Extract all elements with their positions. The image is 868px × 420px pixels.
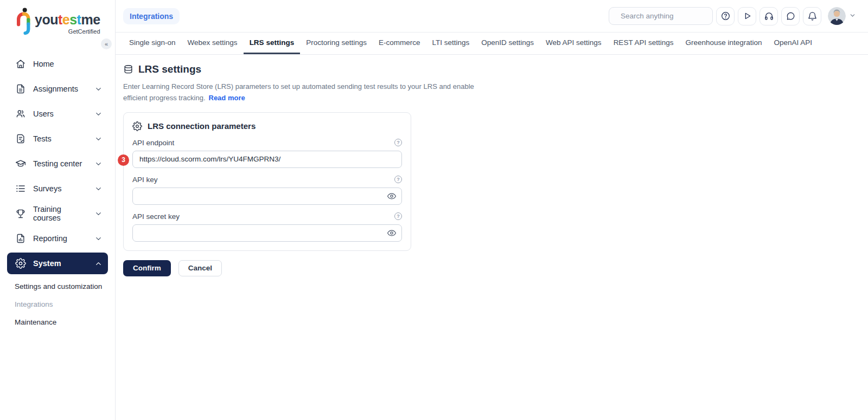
chevron-down-icon [94, 85, 103, 93]
tab-single-sign-on[interactable]: Single sign-on [123, 33, 182, 54]
chevron-down-icon [94, 135, 103, 143]
sidebar-item-label: Home [33, 60, 103, 68]
sidebar-item-label: Tests [33, 134, 87, 143]
api-secret-key-label: API secret key [132, 212, 180, 221]
info-icon[interactable]: ? [394, 139, 402, 146]
training-courses-icon [15, 208, 26, 219]
assignments-icon [15, 83, 26, 94]
lrs-connection-card: 3 LRS connection parameters API endpoint… [123, 112, 411, 251]
feedback-button[interactable] [781, 7, 800, 25]
chevron-down-icon [94, 110, 103, 118]
tab-lti-settings[interactable]: LTI settings [426, 33, 475, 54]
description-line1: Enter Learning Record Store (LRS) parame… [123, 81, 868, 93]
tour-button[interactable] [738, 7, 756, 25]
eye-icon [387, 191, 397, 201]
sidebar: youtestme GetCertified « Home Assignment… [0, 0, 116, 420]
api-endpoint-input-wrap [132, 151, 402, 168]
field-label-row: API secret key ? [132, 212, 402, 221]
chevron-down-icon [94, 160, 103, 168]
brand-logo: youtestme GetCertified [15, 7, 100, 36]
subnav-item-maintenance[interactable]: Maintenance [0, 313, 115, 331]
subnav-item-settings-and-customization[interactable]: Settings and customization [0, 277, 115, 295]
reporting-icon [15, 233, 26, 244]
sidebar-item-users[interactable]: Users [7, 103, 108, 125]
sidebar-item-system[interactable]: System [7, 253, 108, 274]
tab-openai-api[interactable]: OpenAI API [768, 33, 819, 54]
app-window: youtestme GetCertified « Home Assignment… [0, 0, 868, 420]
step-badge: 3 [118, 154, 129, 166]
sidebar-item-tests[interactable]: Tests [7, 128, 108, 150]
sidebar-item-label: Surveys [33, 184, 87, 193]
bell-icon [807, 11, 818, 21]
system-subnav: Settings and customization Integrations … [0, 277, 115, 331]
collapse-icon: « [105, 41, 108, 47]
card-title: LRS connection parameters [132, 121, 402, 131]
support-button[interactable] [760, 7, 778, 25]
database-icon [123, 64, 133, 75]
sidebar-item-training-courses[interactable]: Training courses [7, 203, 108, 224]
home-icon [15, 59, 26, 69]
subnav-item-integrations[interactable]: Integrations [0, 295, 115, 313]
confirm-button[interactable]: Confirm [123, 260, 171, 276]
tests-icon [15, 133, 26, 144]
read-more-link[interactable]: Read more [209, 94, 245, 102]
user-avatar[interactable] [828, 7, 846, 25]
avatar-menu-caret[interactable] [849, 11, 856, 21]
api-key-label: API key [132, 176, 158, 184]
tab-e-commerce[interactable]: E-commerce [373, 33, 426, 54]
tab-openid-settings[interactable]: OpenID settings [475, 33, 540, 54]
tab-proctoring-settings[interactable]: Proctoring settings [300, 33, 373, 54]
field-label-row: API key ? [132, 176, 402, 184]
sidebar-item-label: Reporting [33, 234, 87, 243]
api-secret-key-input[interactable] [132, 224, 402, 242]
subnav-item-label: Maintenance [15, 318, 56, 326]
sidebar-item-label: Training courses [33, 205, 87, 222]
main-area: Integrations [116, 0, 868, 420]
info-icon[interactable]: ? [394, 212, 402, 220]
sidebar-item-assignments[interactable]: Assignments [7, 78, 108, 100]
tab-webex-settings[interactable]: Webex settings [182, 33, 244, 54]
notifications-button[interactable] [803, 7, 821, 25]
sidebar-item-reporting[interactable]: Reporting [7, 228, 108, 249]
headset-icon [764, 11, 774, 21]
sidebar-collapse-button[interactable]: « [101, 38, 112, 49]
gear-icon [132, 121, 142, 131]
tab-web-api-settings[interactable]: Web API settings [540, 33, 608, 54]
sidebar-item-home[interactable]: Home [7, 53, 108, 75]
tab-rest-api-settings[interactable]: REST API settings [608, 33, 680, 54]
top-bar-actions [609, 7, 856, 25]
sidebar-item-label: Testing center [33, 159, 87, 168]
sidebar-item-testing-center[interactable]: Testing center [7, 153, 108, 175]
api-endpoint-label: API endpoint [132, 139, 174, 147]
api-key-input[interactable] [132, 188, 402, 205]
description-line2: efficient progress tracking. [123, 94, 206, 102]
page-title-text: LRS settings [138, 63, 201, 75]
search-input[interactable] [621, 12, 717, 20]
chevron-down-icon [94, 210, 103, 218]
form-actions: Confirm Cancel [123, 260, 868, 276]
api-key-input-wrap [132, 188, 402, 205]
testing-center-icon [15, 158, 26, 169]
tab-greenhouse-integration[interactable]: Greenhouse integration [679, 33, 768, 54]
breadcrumb[interactable]: Integrations [123, 8, 180, 24]
users-icon [15, 108, 26, 119]
search-box[interactable] [609, 7, 713, 25]
toggle-visibility-button[interactable] [387, 191, 397, 201]
subnav-item-label: Settings and customization [15, 282, 102, 290]
info-icon[interactable]: ? [394, 176, 402, 183]
help-button[interactable] [716, 7, 735, 25]
brand-name: youtestme [35, 13, 100, 27]
avatar-image [828, 7, 846, 25]
surveys-icon [15, 183, 26, 194]
api-endpoint-input[interactable] [132, 151, 402, 168]
sidebar-item-label: Users [33, 109, 87, 118]
toggle-visibility-button[interactable] [387, 228, 397, 238]
sidebar-item-surveys[interactable]: Surveys [7, 178, 108, 199]
cancel-button[interactable]: Cancel [178, 260, 222, 276]
chevron-up-icon [94, 260, 103, 268]
gear-icon [15, 258, 26, 269]
card-title-text: LRS connection parameters [148, 121, 256, 131]
tab-lrs-settings[interactable]: LRS settings [244, 33, 301, 54]
chevron-down-icon [94, 235, 103, 243]
sidebar-item-label: System [33, 259, 87, 268]
